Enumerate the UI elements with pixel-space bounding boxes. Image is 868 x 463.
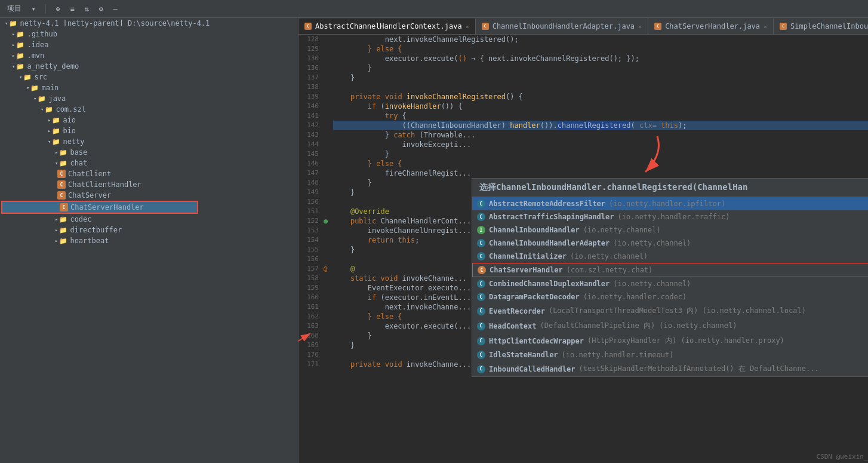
code-line: 141 try {: [298, 111, 868, 121]
folder-icon: 📁: [52, 138, 60, 146]
sidebar-item-chat-server[interactable]: C ChatServer: [0, 190, 298, 201]
sidebar-item-label: codec: [70, 215, 91, 223]
sidebar: ▾ 📁 netty-4.1 [netty-parent] D:\source\n…: [0, 18, 298, 463]
sidebar-item-bio[interactable]: ▸ 📁 bio: [0, 125, 298, 136]
editor-area: C AbstractChannelHandlerContext.java ✕ C…: [298, 18, 868, 463]
sidebar-item-main[interactable]: ▾ 📁 main: [0, 82, 298, 93]
sidebar-item-java[interactable]: ▾ 📁 java: [0, 93, 298, 104]
sidebar-item-chat-server-handler[interactable]: C ChatServerHandler: [1, 201, 198, 214]
tab-label: ChatServerHandler.java: [665, 22, 760, 30]
autocomplete-item-2[interactable]: C AbstractTrafficShapingHandler (io.nett…: [472, 210, 868, 223]
ac-icon-4: C: [477, 239, 485, 247]
folder-icon: 📁: [59, 149, 67, 157]
sidebar-item-com-szl[interactable]: ▾ 📁 com.szl: [0, 104, 298, 115]
sidebar-item-chat[interactable]: ▾ 📁 chat: [0, 158, 298, 168]
sidebar-item-src[interactable]: ▾ 📁 src: [0, 72, 298, 82]
ac-icon-10: C: [477, 322, 485, 330]
sidebar-item-label: src: [34, 73, 47, 81]
folder-icon: 📁: [9, 20, 17, 27]
ac-icon-1: C: [477, 200, 485, 208]
tab-channel-inbound-adapter[interactable]: C ChannelInboundHandlerAdapter.java ✕: [476, 19, 648, 34]
tab-chat-server-handler[interactable]: C ChatServerHandler.java ✕: [648, 19, 774, 34]
code-line: 146 } else {: [298, 159, 868, 168]
folder-icon: 📁: [16, 30, 24, 38]
code-line: 143 } catch (Throwable...: [298, 130, 868, 140]
tab-close-button[interactable]: ✕: [638, 23, 642, 30]
expand-arrow-icon: ▸: [55, 216, 58, 222]
autocomplete-item-11[interactable]: C HttpClientCodecWrapper (HttpProxyHandl…: [472, 333, 868, 348]
tab-close-button[interactable]: ✕: [466, 23, 469, 30]
top-toolbar: 项目 ▾ ⊕ ≡ ⇅ ⚙ —: [0, 0, 868, 18]
tab-java-icon: C: [780, 23, 787, 30]
sidebar-item-aio[interactable]: ▸ 📁 aio: [0, 115, 298, 125]
target-icon[interactable]: ⊕: [53, 4, 63, 14]
autocomplete-item-9[interactable]: C EventRecorder (LocalTransportThreadMod…: [472, 303, 868, 318]
expand-arrow-icon: ▾: [5, 20, 8, 26]
code-line: 137 }: [298, 73, 868, 82]
autocomplete-item-1[interactable]: C AbstractRemoteAddressFilter (io.netty.…: [472, 197, 868, 210]
autocomplete-item-13[interactable]: C InboundCalledHandler (testSkipHandlerM…: [472, 361, 868, 376]
autocomplete-item-4[interactable]: C ChannelInboundHandlerAdapter (io.netty…: [472, 237, 868, 250]
folder-icon: 📁: [52, 127, 60, 135]
sidebar-item-label: a_netty_demo: [27, 62, 79, 70]
expand-arrow-icon: ▾: [41, 106, 44, 112]
sidebar-item-label: directbuffer: [70, 226, 122, 234]
tab-java-icon: C: [304, 23, 312, 30]
expand-arrow-icon: ▾: [19, 74, 22, 80]
ac-icon-6: C: [478, 266, 486, 274]
sidebar-item-netty[interactable]: ▾ 📁 netty: [0, 136, 298, 147]
expand-arrow-icon: ▸: [48, 128, 51, 134]
sidebar-item-directbuffer[interactable]: ▸ 📁 directbuffer: [0, 225, 298, 235]
sidebar-item-base[interactable]: ▸ 📁 base: [0, 147, 298, 158]
autocomplete-item-7[interactable]: C CombinedChannelDuplexHandler (io.netty…: [472, 277, 868, 290]
settings-icon[interactable]: ⚙: [96, 4, 106, 14]
expand-arrow-icon: ▾: [12, 63, 15, 69]
dropdown-arrow-icon[interactable]: ▾: [29, 4, 38, 14]
sidebar-item-chat-client-handler[interactable]: C ChatClientHandler: [0, 179, 298, 190]
sort-icon[interactable]: ⇅: [82, 4, 91, 14]
tabs-bar: C AbstractChannelHandlerContext.java ✕ C…: [298, 18, 868, 35]
sidebar-item-label: chat: [70, 159, 87, 167]
folder-icon: 📁: [59, 216, 67, 223]
code-line: 139 private void invokeChannelRegistered…: [298, 92, 868, 102]
tab-abstract-channel[interactable]: C AbstractChannelHandlerContext.java ✕: [298, 19, 476, 34]
list-icon[interactable]: ≡: [67, 4, 77, 14]
sidebar-item-chat-client[interactable]: C ChatClient: [0, 168, 298, 179]
autocomplete-item-5[interactable]: C ChannelInitializer (io.netty.channel): [472, 250, 868, 263]
sidebar-item-root[interactable]: ▾ 📁 netty-4.1 [netty-parent] D:\source\n…: [0, 18, 298, 29]
tab-java-icon: C: [654, 23, 661, 30]
sidebar-item-label: .mvn: [27, 51, 44, 60]
expand-arrow-icon: ▾: [33, 96, 36, 102]
ac-icon-13: C: [477, 365, 485, 373]
tab-close-button[interactable]: ✕: [764, 23, 767, 30]
code-line-142: 142 ((ChannelInboundHandler) handler()).…: [298, 121, 868, 130]
minimize-icon[interactable]: —: [110, 4, 120, 14]
sidebar-item-a-netty-demo[interactable]: ▾ 📁 a_netty_demo: [0, 61, 298, 72]
tab-simple-channel-inbound[interactable]: C SimpleChannelInbound...: [774, 19, 868, 34]
folder-icon: 📁: [16, 41, 24, 49]
sidebar-item-label: bio: [63, 127, 76, 135]
autocomplete-item-8[interactable]: C DatagramPacketDecoder (io.netty.handle…: [472, 290, 868, 303]
code-container[interactable]: 128 next.invokeChannelRegistered(); 129 …: [298, 35, 868, 463]
sidebar-item-idea[interactable]: ▸ 📁 .idea: [0, 39, 298, 50]
sidebar-item-label: .github: [27, 30, 57, 38]
expand-arrow-icon: ▸: [12, 42, 15, 48]
ac-icon-9: C: [477, 307, 485, 315]
autocomplete-item-chat-server-handler[interactable]: C ChatServerHandler (com.szl.netty.chat): [472, 263, 868, 277]
autocomplete-item-10[interactable]: C HeadContext (DefaultChannelPipeline 内)…: [472, 318, 868, 333]
autocomplete-item-3[interactable]: I ChannelInboundHandler (io.netty.channe…: [472, 223, 868, 237]
expand-arrow-icon: ▸: [12, 53, 15, 59]
folder-icon: 📁: [38, 95, 46, 103]
autocomplete-item-12[interactable]: C IdleStateHandler (io.netty.handler.tim…: [472, 348, 868, 361]
expand-arrow-icon: ▸: [12, 31, 15, 37]
sidebar-item-github[interactable]: ▸ 📁 .github: [0, 29, 298, 39]
watermark: CSDN @weixin_lizhao: [816, 453, 868, 461]
java-class-icon: C: [60, 203, 68, 211]
sidebar-item-label: heartbeat: [70, 237, 109, 245]
sidebar-item-mvn[interactable]: ▸ 📁 .mvn: [0, 50, 298, 61]
folder-icon: 📁: [16, 52, 24, 60]
code-line: 140 if (invokeHandler()) {: [298, 102, 868, 111]
sidebar-item-label: main: [41, 84, 59, 92]
sidebar-item-heartbeat[interactable]: ▸ 📁 heartbeat: [0, 235, 298, 246]
sidebar-item-codec[interactable]: ▸ 📁 codec: [0, 214, 298, 225]
